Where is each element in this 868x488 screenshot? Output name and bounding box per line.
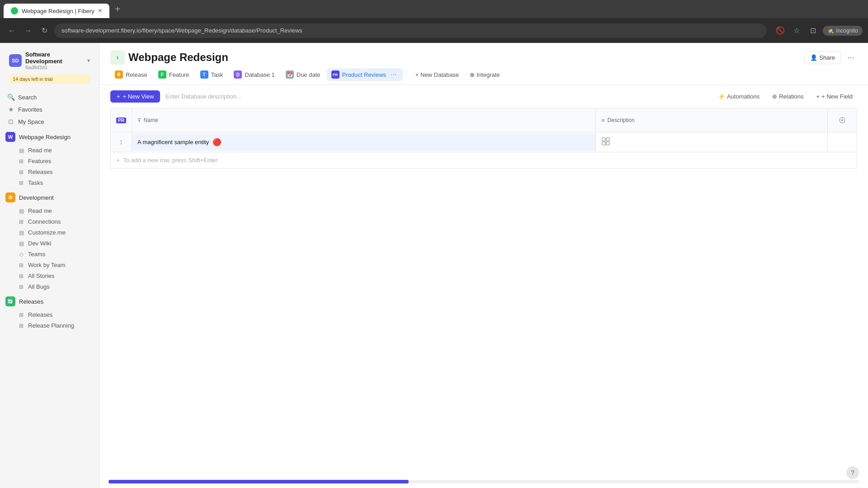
reload-button[interactable]: ↻ (38, 24, 51, 37)
sidebar-item-tasks-wp[interactable]: ⊞ Tasks (2, 178, 97, 188)
data-table: PR Ŧ Name ≡ Description (110, 108, 857, 152)
sidebar-item-releases-wp[interactable]: ⊞ Releases (2, 167, 97, 177)
new-view-button[interactable]: + + New View (110, 90, 160, 103)
add-row-hint[interactable]: + To add a new row, press Shift+Enter (110, 152, 857, 169)
db-tab-product-reviews[interactable]: PR Product Reviews ··· (327, 68, 403, 81)
sidebar-item-all-bugs[interactable]: ⊞ All Bugs (2, 282, 97, 292)
sidebar-item-label: Search (18, 94, 37, 101)
db-tab-database1[interactable]: D Database 1 (229, 68, 279, 81)
add-column-icon (833, 112, 851, 128)
forward-button[interactable]: → (22, 24, 34, 37)
new-field-button[interactable]: + + New Field (811, 91, 857, 102)
row-emoji: 🔴 (212, 138, 222, 146)
sidebar-item-features-wp[interactable]: ⊞ Features (2, 156, 97, 166)
integrate-label: Integrate (476, 71, 500, 78)
sub-item-label: Features (28, 158, 51, 164)
sidebar-item-work-by-team[interactable]: ⊞ Work by Team (2, 260, 97, 270)
bookmark-icon[interactable]: ☆ (790, 24, 803, 37)
tab-favicon (11, 7, 18, 14)
sidebar-section-header-webpage-redesign[interactable]: W Webpage Redesign (0, 129, 99, 145)
tab-label: Product Reviews (342, 71, 387, 78)
new-tab-button[interactable]: + (111, 3, 124, 15)
more-options-button[interactable]: ··· (844, 51, 857, 64)
desc-col-header-content: ≡ Description (601, 117, 822, 124)
tab-close-button[interactable]: × (98, 7, 102, 15)
sidebar-item-label: Favorites (18, 106, 42, 113)
tab-separator (406, 70, 407, 79)
app-container: SD Software Development 6ad8d3d1 ▾ 14 da… (0, 43, 868, 488)
grid-icon: ⊞ (18, 180, 24, 186)
breadcrumb-icon[interactable]: › (110, 50, 125, 65)
database-description-input[interactable]: Enter Database description... (165, 93, 708, 100)
help-button[interactable]: ? (846, 466, 859, 479)
cell-desc-content (596, 132, 827, 152)
sidebar-item-readme-wp[interactable]: ▤ Read me (2, 145, 97, 155)
cell-empty-add (828, 132, 857, 152)
sidebar-item-teams[interactable]: ◇ Teams (2, 249, 97, 259)
sidebar-section-header-releases[interactable]: 🔄 Releases (0, 294, 99, 309)
sub-item-label: Work by Team (28, 262, 66, 268)
db-tab-feature[interactable]: F Feature (154, 68, 194, 81)
page-title: Webpage Redesign (128, 51, 228, 64)
address-bar[interactable]: software-development.fibery.io/fibery/sp… (54, 23, 767, 38)
header-actions: 👤 Share ··· (804, 51, 857, 64)
sub-item-label: Tasks (28, 179, 43, 186)
tab-icon-product-reviews: PR (331, 70, 340, 79)
sidebar-item-customize-me[interactable]: ▤ Customize.me (2, 227, 97, 238)
database-tabs: R Release F Feature T Task D Database 1 … (99, 65, 868, 85)
desc-col-label: Description (608, 117, 635, 123)
name-column-header[interactable]: Ŧ Name (132, 108, 595, 132)
db-tab-task[interactable]: T Task (196, 68, 228, 81)
sidebar-item-favorites[interactable]: ★ Favorites (2, 103, 97, 115)
sidebar-item-dev-wiki[interactable]: ▤ Dev Wiki (2, 238, 97, 249)
active-tab[interactable]: Webpage Redesign | Fibery × (4, 4, 109, 18)
table-container: PR Ŧ Name ≡ Description (99, 108, 868, 488)
cell-name[interactable]: A magnificent sample entity 🔴 (132, 132, 595, 152)
layout-icon[interactable]: ⊡ (807, 24, 819, 37)
sub-item-label: Connections (28, 218, 61, 225)
sidebar-item-releases[interactable]: ⊞ Releases (2, 310, 97, 320)
camera-off-icon[interactable]: 🚫 (774, 24, 787, 37)
incognito-button[interactable]: 🕵 Incognito (823, 26, 863, 36)
sidebar-item-myspace[interactable]: ⊡ My Space (2, 116, 97, 127)
db-tab-release[interactable]: R Release (110, 68, 152, 81)
workspace-icon: SD (9, 54, 22, 67)
grid-icon: ⊞ (18, 312, 24, 318)
document-icon: ▤ (18, 147, 24, 154)
add-column-button[interactable] (828, 108, 857, 132)
workspace-switcher[interactable]: SD Software Development 6ad8d3d1 ▾ (5, 48, 94, 73)
sidebar-item-connections[interactable]: ⊞ Connections (2, 216, 97, 227)
desc-column-header[interactable]: ≡ Description (595, 108, 827, 132)
sidebar-item-readme-dev[interactable]: ▤ Read me (2, 206, 97, 216)
automations-button[interactable]: ⚡ Automations (713, 91, 764, 102)
browser-tabs: Webpage Redesign | Fibery × + (0, 0, 868, 18)
sub-item-label: Customize.me (28, 229, 66, 236)
sidebar-item-search[interactable]: 🔍 Search (2, 91, 97, 103)
pr-badge: PR (116, 117, 126, 123)
tab-label: Database 1 (245, 71, 275, 78)
toolbar-actions: ⚡ Automations ⊛ Relations + + New Field (713, 91, 857, 102)
sub-item-label: Teams (28, 251, 45, 258)
grid-icon: ⊞ (18, 262, 24, 268)
workspace-id: 6ad8d3d1 (25, 65, 84, 70)
sub-item-label: Read me (28, 147, 52, 154)
integrate-button[interactable]: ⊕ Integrate (465, 69, 504, 80)
sidebar-item-label: My Space (18, 118, 44, 125)
horizontal-scrollbar[interactable] (108, 480, 859, 483)
new-database-button[interactable]: + New Database (410, 69, 463, 80)
sidebar-section-header-development[interactable]: ⚙ Development (0, 190, 99, 205)
sidebar-item-release-planning[interactable]: ⊞ Release Planning (2, 320, 97, 331)
sidebar-section-releases: 🔄 Releases ⊞ Releases ⊞ Release Planning (0, 294, 99, 331)
share-button[interactable]: 👤 Share (804, 51, 841, 64)
automations-icon: ⚡ (718, 93, 725, 100)
tab-more-icon[interactable]: ··· (389, 70, 398, 79)
back-button[interactable]: ← (5, 24, 18, 37)
sidebar-item-all-stories[interactable]: ⊞ All Stories (2, 271, 97, 281)
cell-desc[interactable] (595, 132, 827, 152)
tab-icon-duedate: 📅 (286, 70, 294, 79)
page-header: › Webpage Redesign 👤 Share ··· (99, 43, 868, 65)
db-tab-duedate[interactable]: 📅 Due date (281, 68, 325, 81)
tab-label: Task (211, 71, 223, 78)
relations-button[interactable]: ⊛ Relations (768, 91, 808, 102)
add-row-text: To add a new row, press Shift+Enter (123, 157, 217, 164)
